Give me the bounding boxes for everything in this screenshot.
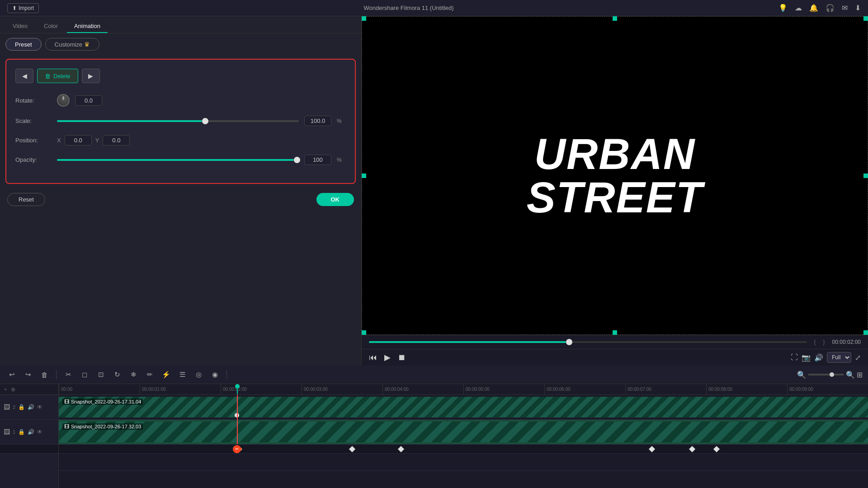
opacity-unit: % <box>337 157 346 163</box>
x-label: X <box>57 137 61 144</box>
track2-clip-icon: 🎞 <box>64 399 69 404</box>
tab-video[interactable]: Video <box>5 20 35 33</box>
sub-tab-preset[interactable]: Preset <box>5 38 42 51</box>
ruler-mark-1: 00:00:01:00 <box>140 384 221 395</box>
ruler-mark-2: 00:00:02:00 <box>221 384 302 395</box>
right-controls: ⛶ 📷 🔊 Full ⤢ <box>791 352 861 363</box>
tool-draw[interactable]: ✏ <box>143 368 156 381</box>
ruler-mark-0: 00:00 <box>59 384 140 395</box>
track1-audio-icon[interactable]: 🔊 <box>28 429 34 435</box>
volume-icon[interactable]: 🔊 <box>814 353 823 362</box>
timeline-tracks-left: ＋ ⊕ 🖼 2 🔒 🔊 👁 🖼 1 🔒 🔊 👁 <box>0 384 59 488</box>
track1-eye-icon[interactable]: 👁 <box>37 429 42 435</box>
zoom-slider[interactable] <box>808 374 844 375</box>
prev-keyframe-button[interactable]: ◀ <box>15 69 33 83</box>
expand-icon[interactable]: ⤢ <box>855 353 861 362</box>
tool-crop[interactable]: ⊡ <box>94 368 107 381</box>
track2-eye-icon[interactable]: 👁 <box>37 404 42 410</box>
fit-icon[interactable]: ⊞ <box>857 371 863 379</box>
playhead-orange-dot[interactable]: ✂ <box>233 445 241 453</box>
position-x-input[interactable] <box>65 135 92 145</box>
video-track-2[interactable]: 🎞 Snapshot_2022-09-26-17.31.04 <box>59 395 868 420</box>
tool-select[interactable]: ◻ <box>78 368 91 381</box>
progress-thumb[interactable] <box>566 339 572 345</box>
tool-rotate2[interactable]: ↻ <box>111 368 123 381</box>
tool-cut[interactable]: ✂ <box>62 368 75 381</box>
headset-icon[interactable]: 🎧 <box>826 4 835 12</box>
bracket-left: { <box>814 339 816 345</box>
zoom-thumb[interactable] <box>830 372 834 377</box>
kf-3[interactable] <box>649 446 655 452</box>
zoom-in-icon[interactable]: 🔍 <box>846 371 855 379</box>
tool-effect2[interactable]: ◉ <box>208 368 221 381</box>
keyframe-row-left <box>0 445 58 454</box>
top-bar-left: ⬆ Import <box>7 3 39 13</box>
tool-undo[interactable]: ↩ <box>5 368 18 381</box>
sub-tab-customize[interactable]: Customize ♛ <box>45 38 99 51</box>
ruler-mark-4: 00:00:04:00 <box>382 384 463 395</box>
tool-delete[interactable]: 🗑 <box>38 368 51 381</box>
customize-label: Customize <box>55 41 82 48</box>
separator-2 <box>226 370 227 379</box>
audio-track <box>59 454 868 471</box>
scale-input[interactable] <box>304 116 331 126</box>
position-y-input[interactable] <box>103 135 130 145</box>
mail-icon[interactable]: ✉ <box>842 4 848 12</box>
tool-redo[interactable]: ↪ <box>22 368 34 381</box>
time-display: 00:00:02:00 <box>832 339 861 345</box>
tab-color[interactable]: Color <box>37 20 65 33</box>
scale-unit: % <box>337 118 346 124</box>
scale-label: Scale: <box>15 117 52 124</box>
right-panel: URBAN STREET { } 00:00:02:00 ⏮ ▶ ⏹ <box>362 16 868 366</box>
scale-slider-thumb[interactable] <box>202 118 208 124</box>
kf-5[interactable] <box>713 446 720 452</box>
reset-button[interactable]: Reset <box>7 193 45 206</box>
rotate-row: Rotate: <box>15 94 346 107</box>
rotate-dial[interactable] <box>57 94 70 107</box>
kf-4[interactable] <box>689 446 695 452</box>
timeline-area: ＋ ⊕ 🖼 2 🔒 🔊 👁 🖼 1 🔒 🔊 👁 <box>0 384 868 488</box>
ruler-mark-6: 00:00:06:00 <box>544 384 625 395</box>
tool-speed[interactable]: ⚡ <box>160 368 172 381</box>
ok-button[interactable]: OK <box>316 193 354 206</box>
light-icon[interactable]: 💡 <box>778 4 788 12</box>
magnet-icon[interactable]: ⊕ <box>11 386 15 393</box>
camera-icon[interactable]: 📷 <box>802 353 811 362</box>
track2-number: 2 <box>13 404 15 410</box>
opacity-input[interactable] <box>304 155 331 165</box>
tool-effect1[interactable]: ◎ <box>192 368 205 381</box>
play-button[interactable]: ▶ <box>384 352 391 362</box>
step-back-button[interactable]: ⏮ <box>369 353 377 362</box>
fullscreen-icon[interactable]: ⛶ <box>791 353 798 361</box>
kf-2[interactable] <box>398 446 404 452</box>
timeline-ruler: 00:00 00:00:01:00 00:00:02:00 00:00:03:0… <box>59 384 868 395</box>
timeline-section: ＋ ⊕ 🖼 2 🔒 🔊 👁 🖼 1 🔒 🔊 👁 <box>0 384 868 488</box>
rotate-input[interactable] <box>75 95 102 106</box>
track1-number: 1 <box>13 429 15 435</box>
progress-bar[interactable] <box>369 341 807 343</box>
import-button[interactable]: ⬆ Import <box>7 3 39 13</box>
scale-slider[interactable] <box>57 120 299 122</box>
track1-lock-icon[interactable]: 🔒 <box>18 429 25 435</box>
bell-icon[interactable]: 🔔 <box>809 4 818 12</box>
opacity-slider-thumb[interactable] <box>294 157 300 163</box>
video-track-1[interactable]: 🎞 Snapshot_2022-09-26-17.32.03 <box>59 420 868 445</box>
zoom-out-icon[interactable]: 🔍 <box>797 371 806 379</box>
tab-animation[interactable]: Animation <box>67 20 108 33</box>
tool-menu[interactable]: ☰ <box>176 368 189 381</box>
tool-freeze[interactable]: ❄ <box>127 368 140 381</box>
stop-button[interactable]: ⏹ <box>398 353 406 362</box>
add-track-icon[interactable]: ＋ <box>3 385 8 393</box>
delete-keyframe-button[interactable]: 🗑 Delete <box>37 69 78 83</box>
track2-lock-icon[interactable]: 🔒 <box>18 404 25 410</box>
opacity-slider[interactable] <box>57 159 299 161</box>
quality-select[interactable]: Full <box>827 352 851 363</box>
separator-1 <box>56 370 57 379</box>
download-icon[interactable]: ⬇ <box>855 4 861 12</box>
next-keyframe-button[interactable]: ▶ <box>82 69 100 83</box>
kf-1[interactable] <box>349 446 355 452</box>
import-icon: ⬆ <box>12 5 17 11</box>
track2-audio-icon[interactable]: 🔊 <box>28 404 34 410</box>
y-label: Y <box>95 137 99 144</box>
cloud-icon[interactable]: ☁ <box>795 4 802 12</box>
